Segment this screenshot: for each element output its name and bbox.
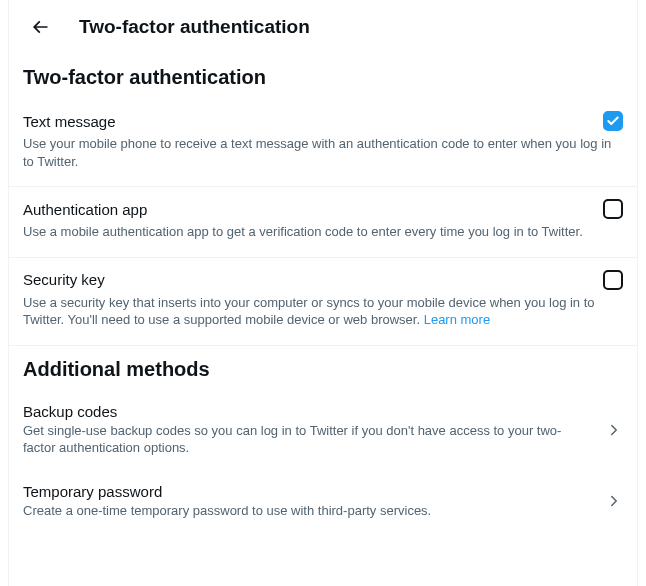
section-heading-2fa: Two-factor authentication: [9, 54, 637, 99]
checkbox-text-message[interactable]: [603, 111, 623, 131]
chevron-right-icon: [605, 421, 623, 439]
method-label: Authentication app: [23, 201, 147, 218]
method-description: Use a security key that inserts into you…: [23, 294, 623, 329]
method-description-text: Use a security key that inserts into you…: [23, 295, 595, 328]
back-button[interactable]: [23, 10, 57, 44]
nav-backup-codes[interactable]: Backup codes Get single-use backup codes…: [9, 391, 637, 471]
nav-label: Backup codes: [23, 403, 593, 420]
learn-more-link[interactable]: Learn more: [424, 312, 490, 327]
method-label: Security key: [23, 271, 105, 288]
page-title: Two-factor authentication: [79, 16, 310, 38]
check-icon: [606, 114, 620, 128]
section-heading-additional: Additional methods: [9, 346, 637, 391]
method-description: Use a mobile authentication app to get a…: [23, 223, 623, 241]
method-security-key: Security key Use a security key that ins…: [9, 258, 637, 346]
nav-label: Temporary password: [23, 483, 593, 500]
method-description: Use your mobile phone to receive a text …: [23, 135, 623, 170]
header: Two-factor authentication: [9, 0, 637, 54]
chevron-right-icon: [605, 492, 623, 510]
nav-description: Create a one-time temporary password to …: [23, 502, 593, 520]
checkbox-auth-app[interactable]: [603, 199, 623, 219]
checkbox-security-key[interactable]: [603, 270, 623, 290]
settings-panel: Two-factor authentication Two-factor aut…: [8, 0, 638, 586]
nav-description: Get single-use backup codes so you can l…: [23, 422, 593, 457]
method-auth-app: Authentication app Use a mobile authenti…: [9, 187, 637, 258]
arrow-left-icon: [30, 17, 50, 37]
method-text-message: Text message Use your mobile phone to re…: [9, 99, 637, 187]
method-label: Text message: [23, 113, 116, 130]
nav-temporary-password[interactable]: Temporary password Create a one-time tem…: [9, 471, 637, 534]
